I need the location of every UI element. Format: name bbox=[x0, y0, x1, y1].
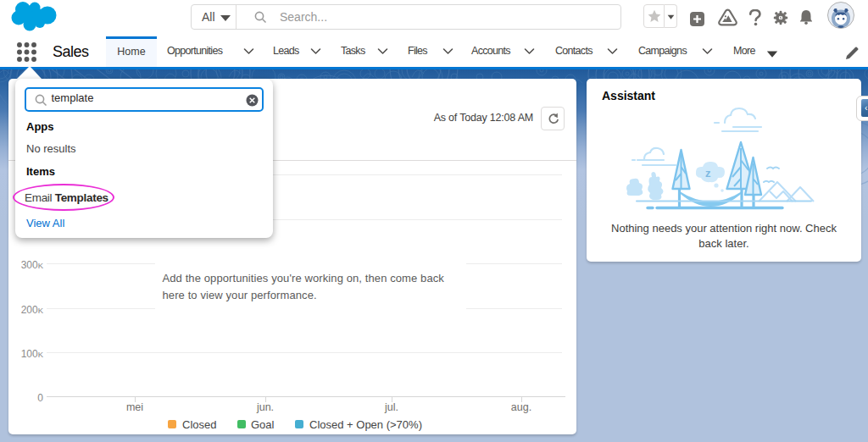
svg-text:z: z bbox=[705, 167, 711, 180]
